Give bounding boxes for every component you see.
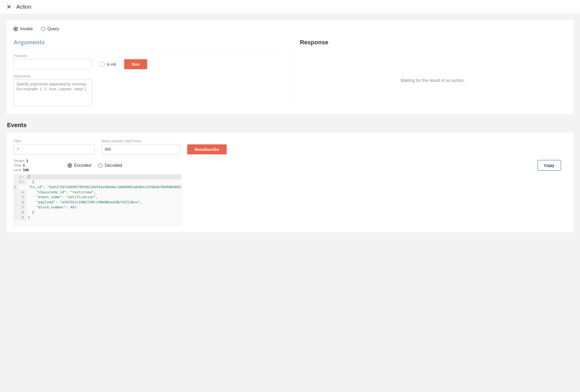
code-key: "payload" <box>36 200 55 204</box>
limit-label: Limit: <box>14 168 22 172</box>
run-button-label: Run <box>132 62 140 67</box>
resubscribe-button-label: Resubscribe <box>195 147 219 152</box>
arguments-label: Arguments <box>14 74 280 78</box>
resubscribe-button[interactable]: Resubscribe <box>187 144 227 154</box>
filter-input[interactable] <box>14 144 95 154</box>
radio-invoke[interactable]: Invoke <box>14 26 33 31</box>
radio-dot-icon <box>41 27 45 31</box>
arguments-heading: Arguments <box>14 39 280 48</box>
action-card: Invoke Query Arguments Function Is init <box>6 20 574 115</box>
run-button[interactable]: Run <box>124 59 147 69</box>
total-value: 1 <box>23 163 25 167</box>
line-number: 6 <box>22 200 24 204</box>
line-number: 5 <box>22 195 24 199</box>
page-title: Action <box>16 4 31 10</box>
code-key: "event_name" <box>36 195 62 199</box>
total-label: Total: <box>14 163 22 167</box>
code-value: "a2V5IEJvIHN1Y2Nlc3NmdWxseSBzYXZlZA==" <box>60 200 140 204</box>
arguments-textarea[interactable] <box>14 79 92 106</box>
code-token: ] <box>28 215 30 220</box>
response-waiting-text: Waiting for the result of an action.. <box>300 54 567 108</box>
header-bar: ✕ Action <box>0 0 580 14</box>
limit-value: 100 <box>23 168 29 172</box>
radio-dot-icon <box>68 163 72 168</box>
radio-query[interactable]: Query <box>41 26 59 31</box>
code-value: "ba52c5d15085bf99382cbb501e56e0ec1b6990b… <box>48 185 181 189</box>
is-init-label: Is init <box>107 62 116 67</box>
events-heading: Events <box>7 122 574 129</box>
radio-query-label: Query <box>47 26 59 31</box>
stats-column: Shown: 1 Total: 1 Limit: 100 <box>14 159 68 172</box>
shown-value: 1 <box>26 159 28 163</box>
line-number: 4 <box>22 190 24 194</box>
encoded-label: Encoded <box>74 163 91 168</box>
content-area: Invoke Query Arguments Function Is init <box>0 14 580 243</box>
arguments-column: Arguments Function Is init Run Arguments <box>14 39 280 108</box>
line-number: 8 <box>22 210 24 214</box>
radio-encoded[interactable]: Encoded <box>68 163 91 168</box>
checkbox-icon <box>100 62 104 66</box>
radio-dot-icon <box>14 27 18 31</box>
code-value: 492 <box>70 205 77 209</box>
filter-label: Filter <box>14 139 95 143</box>
close-icon[interactable]: ✕ <box>6 4 11 10</box>
code-value: "notification" <box>66 195 96 199</box>
is-init-checkbox[interactable]: Is init <box>100 62 116 67</box>
encoding-radio-group: Encoded Decoded <box>68 163 122 168</box>
fold-icon[interactable]: ▾ <box>21 175 24 179</box>
function-input[interactable] <box>14 59 92 69</box>
line-number: 7 <box>22 205 24 209</box>
code-token: { <box>32 180 34 184</box>
response-column: Response Waiting for the result of an ac… <box>300 39 567 108</box>
vertical-divider <box>290 50 290 108</box>
radio-decoded[interactable]: Decoded <box>98 163 122 168</box>
block-number-label: Block number (start from) <box>102 139 180 143</box>
code-value: "testccnew" <box>70 190 94 194</box>
block-number-input[interactable] <box>102 144 180 154</box>
radio-invoke-label: Invoke <box>20 26 33 31</box>
line-number: 3 <box>14 185 16 189</box>
code-key: "block_number" <box>36 205 66 209</box>
events-json-viewer[interactable]: 1▾ [ 2▾ { 3 "tx_id": "ba52c5d15085bf9938… <box>14 174 181 225</box>
decoded-label: Decoded <box>105 163 122 168</box>
function-label: Function <box>14 54 280 58</box>
code-token: } <box>32 210 34 214</box>
copy-button-label: Copy <box>544 163 555 168</box>
line-number: 9 <box>22 215 24 220</box>
events-card: Filter Block number (start from) Resubsc… <box>6 132 574 232</box>
response-heading: Response <box>300 39 567 48</box>
code-key: "chaincode_id" <box>36 190 66 194</box>
code-token: [ <box>28 175 30 179</box>
radio-dot-icon <box>98 163 103 168</box>
copy-button[interactable]: Copy <box>538 160 561 171</box>
shown-label: Shown: <box>14 159 25 163</box>
fold-icon[interactable]: ▾ <box>21 180 24 184</box>
action-type-radio-group: Invoke Query <box>14 26 566 31</box>
code-key: "tx_id" <box>28 185 43 189</box>
